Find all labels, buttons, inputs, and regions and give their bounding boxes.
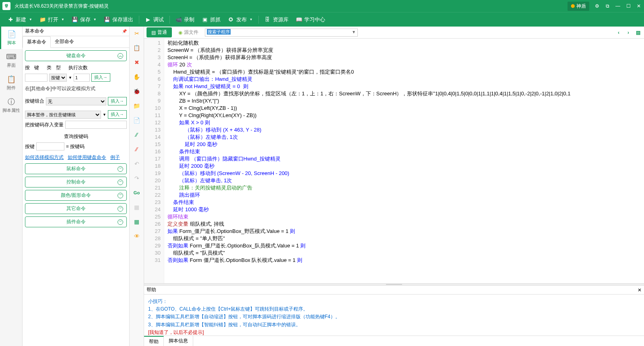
key-input[interactable]	[25, 74, 47, 82]
tool-comment-icon[interactable]: ⁄⁄	[132, 130, 141, 139]
restore2-icon[interactable]: ⧉	[605, 3, 610, 9]
link-keyboard-cmd[interactable]: 如何使用键盘命令	[68, 154, 106, 161]
section-keyboard[interactable]: 键盘命令︽	[25, 50, 127, 61]
section-plugin[interactable]: 插件命令︾	[25, 216, 127, 227]
combo-select[interactable]: 无	[46, 97, 106, 105]
mode-tab-source[interactable]: ◉源文件	[175, 27, 202, 37]
chevron-down-icon[interactable]: ▼	[68, 76, 72, 80]
code-editor[interactable]: 1234567891011121314151617181920212223242…	[144, 39, 644, 283]
left-tab-script[interactable]: 📄脚本	[0, 27, 22, 49]
menu-record[interactable]: 📹录制	[172, 14, 198, 25]
chevron-down-icon: ▼	[93, 18, 97, 21]
menu-resource[interactable]: 🗄资源库	[261, 14, 292, 25]
attach-icon: 📋	[7, 75, 16, 84]
equals-label: = 按键码	[66, 143, 85, 150]
resource-icon: 🗄	[264, 16, 271, 23]
close-help-icon[interactable]: ✕	[638, 287, 642, 293]
minimize-icon[interactable]: —	[615, 3, 621, 9]
tool-strip: ✂ 📋 ✖ ✋ 🐞 📁 📄 ⁄⁄ ⁄⁄ ↶ ↷ Go ▦ ▦ 👁	[130, 27, 144, 346]
learn-icon: 📖	[296, 16, 302, 23]
left-tab-attach[interactable]: 📋附件	[0, 72, 22, 94]
tool-bug-icon[interactable]: 🐞	[132, 87, 141, 96]
chevron-down-icon[interactable]: ▼	[103, 113, 106, 117]
tool-paste-icon[interactable]: 📄	[132, 116, 141, 125]
section-control[interactable]: 控制命令︾	[25, 177, 127, 187]
key2-input[interactable]	[36, 142, 64, 150]
tool-indent-icon[interactable]: ▦	[132, 203, 141, 212]
help-panel: 帮助 ✕ 小技巧： 1、在GOTO、CALL命令上按住【Ctrl+鼠标左键】可跳…	[144, 286, 644, 346]
nav-list-icon[interactable]: ▤	[634, 29, 642, 36]
line-gutter: 1234567891011121314151617181920212223242…	[144, 39, 164, 283]
menu-new[interactable]: ✚新建▼	[4, 14, 35, 25]
close-icon[interactable]: ✕	[636, 3, 642, 9]
tool-format-icon[interactable]: ▦	[132, 217, 141, 226]
nav-next-icon[interactable]: ›	[625, 29, 632, 36]
code-content[interactable]: 初始化随机数ScreenW = （系统插件）获得屏幕分辨率宽度ScreenH =…	[164, 39, 644, 283]
pause-select[interactable]: 脚本暂停，按任意键继续	[25, 111, 101, 119]
tool-redo-icon[interactable]: ↷	[132, 174, 141, 183]
tool-undo-icon[interactable]: ↶	[132, 159, 141, 168]
tool-uncomment-icon[interactable]: ⁄⁄	[132, 145, 141, 154]
help-title: 帮助	[147, 286, 156, 293]
app-logo-icon	[2, 2, 10, 10]
chevron-down-icon: ▼	[250, 18, 253, 21]
menu-publish[interactable]: ✪发布▼	[225, 14, 256, 25]
nav-prev-icon[interactable]: ‹	[615, 29, 622, 36]
left-tab-ui[interactable]: ⌨界面	[0, 49, 22, 72]
menu-save-exit[interactable]: 💾保存退出	[101, 14, 136, 25]
left-tab-props[interactable]: ⓘ脚本属性	[0, 94, 22, 117]
mode-tab-normal[interactable]: ▤普通	[147, 27, 172, 37]
section-color[interactable]: 颜色/图形命令︾	[25, 190, 127, 201]
menubar: ✚新建▼ 📁打开▼ 💾保存▼ 💾保存退出 ▶调试 📹录制 ▣抓抓 ✪发布▼ 🗄资…	[0, 12, 644, 27]
tip-line: 2、脚本编辑工具栏新增【自动缩进】按钮，可对脚本源码进行缩进排版（功能热键F4）…	[148, 313, 640, 321]
expand-icon: ︾	[118, 193, 123, 198]
section-mouse[interactable]: 鼠标命令︾	[25, 163, 127, 174]
menu-debug[interactable]: ▶调试	[142, 14, 167, 25]
type-select[interactable]: 按键	[49, 74, 67, 82]
info-icon: ⓘ	[7, 97, 16, 106]
key-label: 按 键	[25, 64, 45, 71]
tool-eye-icon[interactable]: 👁	[132, 232, 141, 241]
shield-button[interactable]: ⬢ 神盾	[568, 2, 589, 11]
link-example[interactable]: 例子	[110, 154, 120, 161]
tool-hand-icon[interactable]: ✋	[132, 72, 141, 81]
menu-learn[interactable]: 📖学习中心	[293, 14, 328, 25]
expand-icon: ︾	[118, 179, 123, 185]
collapse-icon: ︽	[118, 53, 123, 59]
menu-capture[interactable]: ▣抓抓	[198, 14, 224, 25]
settings-icon[interactable]: ⚙	[594, 3, 600, 9]
tool-folder-icon[interactable]: 📁	[132, 101, 141, 110]
subtab-all[interactable]: 全部命令	[51, 36, 78, 47]
section-other[interactable]: 其它命令︾	[25, 203, 127, 214]
search-combo[interactable]: 搜索子程序 ▼	[205, 29, 358, 37]
insert-button-2[interactable]: 插入→	[108, 97, 127, 105]
expand-icon: ︾	[118, 206, 123, 212]
command-panel: 基本命令 📌 基本命令 全部命令 键盘命令︽ 按 键 类 型 执行次数 按键 ▼	[23, 27, 130, 346]
tool-cut-icon[interactable]: ✂	[132, 29, 141, 38]
play-icon: ▶	[145, 16, 151, 23]
bottom-tab-info[interactable]: 脚本信息	[164, 336, 193, 346]
tool-go-button[interactable]: Go	[132, 188, 141, 197]
type-label: 类 型	[47, 64, 67, 71]
menu-save[interactable]: 💾保存▼	[68, 14, 100, 25]
tip-line: 1、在GOTO、CALL命令上按住【Ctrl+鼠标左键】可跳转到目标或子程序。	[148, 305, 640, 313]
subtab-basic[interactable]: 基本命令	[23, 36, 51, 48]
tool-copy-icon[interactable]: 📋	[132, 43, 141, 52]
plus-icon: ✚	[7, 16, 14, 23]
bottom-tab-help[interactable]: 帮助	[144, 336, 164, 346]
count-input[interactable]	[74, 74, 90, 82]
tip-title: 小技巧：	[148, 298, 640, 305]
link-sim-mode[interactable]: 如何选择模拟方式	[25, 154, 64, 161]
savevar-input[interactable]	[65, 121, 127, 129]
menu-open[interactable]: 📁打开▼	[36, 14, 68, 25]
insert-button-3[interactable]: 插入→	[108, 110, 127, 119]
tip-dismiss[interactable]: [我知道了，以后不必提示]	[148, 329, 640, 336]
count-label: 执行次数	[68, 64, 127, 71]
maximize-icon[interactable]: ☐	[625, 3, 631, 9]
save-icon: 💾	[72, 16, 78, 23]
svg-point-2	[6, 5, 7, 6]
form-note: 在[其他命令]中可以设定模拟方式	[25, 84, 127, 94]
pin-icon[interactable]: 📌	[122, 29, 127, 33]
tool-delete-icon[interactable]: ✖	[132, 58, 141, 67]
insert-button-1[interactable]: 插入→	[91, 73, 110, 82]
